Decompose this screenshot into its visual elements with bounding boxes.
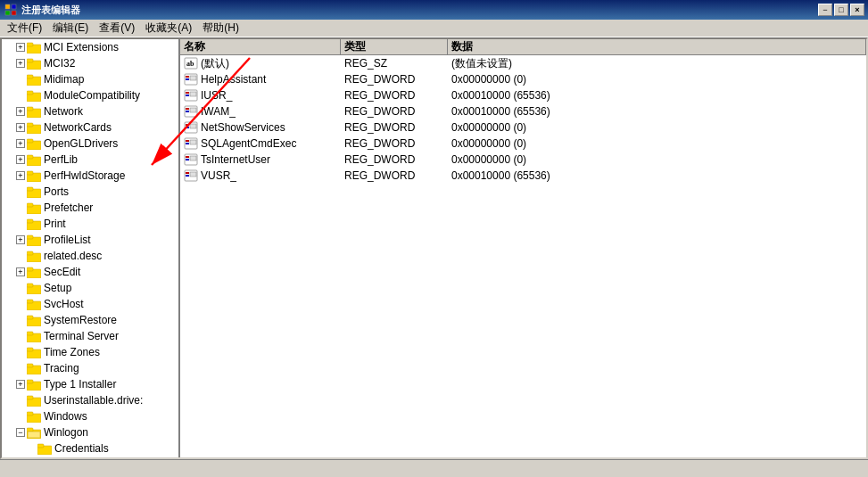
tree-label: Tracing <box>44 362 79 374</box>
collapse-icon[interactable]: − <box>16 428 25 437</box>
registry-row[interactable]: HelpAssistant REG_DWORD 0x00000000 (0) <box>180 71 866 87</box>
tree-item[interactable]: + OpenGLDrivers <box>2 136 178 152</box>
svg-rect-15 <box>27 123 33 127</box>
registry-data: 0x00010000 (65536) <box>448 87 866 103</box>
registry-tree[interactable]: + MCI Extensions+ MCI32 Midimap ModuleCo… <box>2 39 180 457</box>
registry-data: 0x00000000 (0) <box>448 71 866 87</box>
expand-icon[interactable]: + <box>16 59 25 68</box>
expand-placeholder <box>16 284 25 292</box>
svg-rect-82 <box>190 92 196 96</box>
close-button[interactable]: × <box>850 4 864 16</box>
svg-rect-35 <box>27 284 33 287</box>
tree-item[interactable]: + PerfHwIdStorage <box>2 168 178 184</box>
col-header-type[interactable]: 类型 <box>341 39 448 54</box>
folder-icon <box>27 362 41 374</box>
tree-item[interactable]: SystemRestore <box>2 312 178 328</box>
tree-label: ModuleCompatibility <box>44 89 140 102</box>
expand-icon[interactable]: + <box>16 139 25 148</box>
svg-rect-51 <box>27 412 33 415</box>
tree-item[interactable]: ModuleCompatibility <box>2 87 178 103</box>
expand-icon[interactable]: + <box>16 155 25 164</box>
tree-item[interactable]: + Network <box>2 103 178 119</box>
svg-rect-89 <box>186 127 189 128</box>
registry-row[interactable]: IWAM_ REG_DWORD 0x00010000 (65536) <box>180 103 866 119</box>
expand-icon[interactable]: + <box>16 235 25 244</box>
col-header-name[interactable]: 名称 <box>180 39 341 54</box>
expand-icon[interactable]: + <box>16 107 25 116</box>
tree-item[interactable]: Print <box>2 216 178 232</box>
folder-icon <box>27 282 41 294</box>
tree-label: Winlogon <box>44 426 88 439</box>
registry-row[interactable]: ab (默认) REG_SZ (数值未设置) <box>180 55 866 71</box>
menu-favorites[interactable]: 收藏夹(A) <box>140 19 197 37</box>
registry-row[interactable]: VUSR_ REG_DWORD 0x00010000 (65536) <box>180 168 866 184</box>
tree-item[interactable]: + GPExtensions <box>2 456 178 457</box>
reg-name-text: VUSR_ <box>201 169 236 182</box>
expand-placeholder <box>16 187 25 196</box>
minimize-button[interactable]: − <box>818 4 832 16</box>
tree-item[interactable]: SvcHost <box>2 296 178 312</box>
menu-view[interactable]: 查看(V) <box>94 19 140 37</box>
tree-item[interactable]: Userinstallable.drive: <box>2 392 178 408</box>
svg-rect-1 <box>12 4 16 9</box>
svg-rect-13 <box>27 107 33 111</box>
window-title: 注册表编辑器 <box>21 4 818 17</box>
registry-row[interactable]: IUSR_ REG_DWORD 0x00010000 (65536) <box>180 87 866 103</box>
svg-rect-92 <box>186 140 189 142</box>
registry-row[interactable]: SQLAgentCmdExec REG_DWORD 0x00000000 (0) <box>180 136 866 152</box>
reg-name-text: (默认) <box>201 56 229 71</box>
svg-rect-102 <box>190 172 196 177</box>
registry-row[interactable]: TsInternetUser REG_DWORD 0x00000000 (0) <box>180 152 866 168</box>
tree-label: SecEdit <box>44 266 80 278</box>
menu-bar: 文件(F) 编辑(E) 查看(V) 收藏夹(A) 帮助(H) <box>0 20 868 37</box>
expand-icon[interactable]: + <box>16 43 25 52</box>
registry-row[interactable]: NetShowServices REG_DWORD 0x00000000 (0) <box>180 119 866 136</box>
tree-item[interactable]: Ports <box>2 184 178 200</box>
tree-item[interactable]: + Type 1 Installer <box>2 376 178 392</box>
expand-icon[interactable]: + <box>16 123 25 132</box>
tree-item[interactable]: − Winlogon <box>2 424 178 440</box>
tree-item[interactable]: Windows <box>2 408 178 424</box>
tree-item[interactable]: related.desc <box>2 248 178 264</box>
tree-label: Windows <box>44 410 87 423</box>
svg-rect-84 <box>186 108 189 110</box>
svg-rect-2 <box>5 11 10 15</box>
tree-label: SystemRestore <box>44 314 117 326</box>
tree-item[interactable]: Terminal Server <box>2 328 178 344</box>
registry-values-pane[interactable]: 名称 类型 数据 ab (默认) REG_SZ (数值未设置) <box>180 39 866 457</box>
folder-icon <box>27 73 41 86</box>
menu-file[interactable]: 文件(F) <box>2 19 47 37</box>
expand-placeholder <box>16 203 25 212</box>
tree-item[interactable]: + MCI Extensions <box>2 39 178 55</box>
svg-rect-31 <box>27 251 33 255</box>
svg-rect-19 <box>27 155 33 159</box>
tree-item[interactable]: Midimap <box>2 71 178 87</box>
svg-rect-81 <box>186 95 189 96</box>
tree-item[interactable]: Prefetcher <box>2 200 178 216</box>
svg-rect-27 <box>27 219 33 223</box>
expand-icon[interactable]: + <box>16 380 25 389</box>
maximize-button[interactable]: □ <box>834 4 848 16</box>
menu-help[interactable]: 帮助(H) <box>197 19 244 37</box>
tree-item[interactable]: Tracing <box>2 360 178 376</box>
tree-item[interactable]: + ProfileList <box>2 232 178 248</box>
tree-item[interactable]: + PerfLib <box>2 152 178 168</box>
tree-label: Credentials <box>54 442 109 455</box>
tree-item[interactable]: Credentials <box>2 440 178 456</box>
svg-rect-25 <box>27 203 33 207</box>
menu-edit[interactable]: 编辑(E) <box>47 19 94 37</box>
tree-item[interactable]: Time Zones <box>2 344 178 360</box>
tree-item[interactable]: + MCI32 <box>2 55 178 71</box>
svg-rect-43 <box>27 348 33 351</box>
registry-data: 0x00000000 (0) <box>448 119 866 136</box>
expand-placeholder <box>16 348 25 357</box>
expand-placeholder <box>16 412 25 421</box>
tree-item[interactable]: + NetworkCards <box>2 119 178 136</box>
col-header-data[interactable]: 数据 <box>448 39 866 54</box>
tree-item[interactable]: + SecEdit <box>2 264 178 280</box>
expand-icon[interactable]: + <box>16 267 25 276</box>
folder-icon <box>27 169 41 182</box>
tree-item[interactable]: Setup <box>2 280 178 296</box>
folder-icon <box>27 330 41 342</box>
expand-icon[interactable]: + <box>16 171 25 180</box>
